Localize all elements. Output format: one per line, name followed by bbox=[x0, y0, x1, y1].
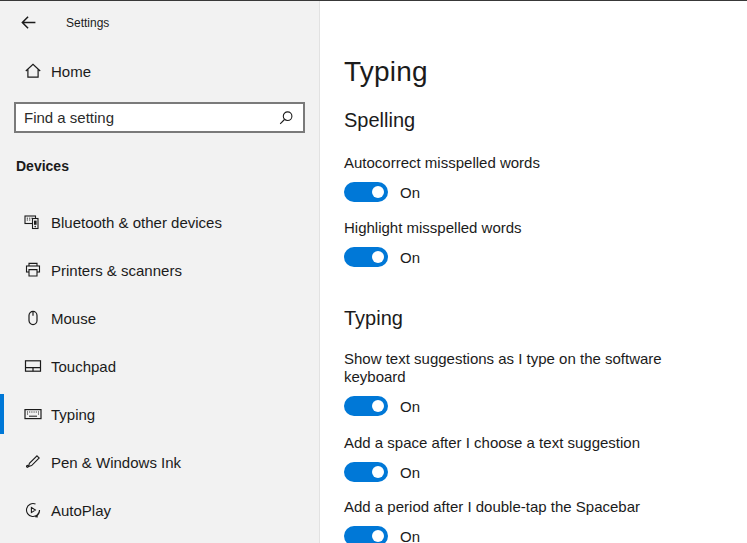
back-button[interactable] bbox=[20, 14, 37, 31]
search-input[interactable] bbox=[16, 104, 303, 131]
toggle-knob bbox=[372, 400, 384, 412]
sidebar-item-label: Printers & scanners bbox=[51, 262, 182, 279]
setting-row-add-space: On bbox=[344, 462, 727, 482]
window-top-border bbox=[0, 0, 747, 1]
app-header: Settings bbox=[0, 0, 319, 31]
sidebar-item-bluetooth-other-devices[interactable]: Bluetooth & other devices bbox=[0, 202, 319, 242]
setting-label-add-space: Add a space after I choose a text sugges… bbox=[344, 434, 727, 452]
home-icon bbox=[24, 62, 42, 80]
sidebar: Settings Home Devices bbox=[0, 0, 320, 543]
settings-window: Settings Home Devices bbox=[0, 0, 747, 543]
show-suggestions-toggle[interactable] bbox=[344, 396, 388, 416]
sidebar-item-label: Typing bbox=[51, 406, 95, 423]
sidebar-item-label: Bluetooth & other devices bbox=[51, 214, 222, 231]
printer-icon bbox=[24, 261, 42, 279]
section-heading-typing: Typing bbox=[344, 305, 727, 331]
add-period-toggle[interactable] bbox=[344, 526, 388, 543]
sidebar-group-header: Devices bbox=[16, 158, 319, 174]
sidebar-item-label: Home bbox=[51, 63, 91, 80]
toggle-state-label: On bbox=[400, 184, 420, 201]
sidebar-item-printers-scanners[interactable]: Printers & scanners bbox=[0, 250, 319, 290]
main-panel: Typing Spelling Autocorrect misspelled w… bbox=[320, 0, 747, 543]
app-title: Settings bbox=[66, 16, 109, 30]
setting-label-autocorrect: Autocorrect misspelled words bbox=[344, 154, 727, 172]
autoplay-icon bbox=[24, 501, 42, 519]
sidebar-item-autoplay[interactable]: AutoPlay bbox=[0, 490, 319, 530]
sidebar-item-typing[interactable]: Typing bbox=[0, 394, 319, 434]
mouse-icon bbox=[24, 309, 42, 327]
highlight-toggle[interactable] bbox=[344, 247, 388, 267]
toggle-state-label: On bbox=[400, 528, 420, 543]
autocorrect-toggle[interactable] bbox=[344, 182, 388, 202]
setting-label-show-suggestions: Show text suggestions as I type on the s… bbox=[344, 350, 727, 386]
search-box bbox=[14, 102, 305, 133]
toggle-knob bbox=[372, 530, 384, 542]
touchpad-icon bbox=[24, 357, 42, 375]
back-arrow-icon bbox=[20, 14, 37, 31]
section-heading-spelling: Spelling bbox=[344, 107, 727, 133]
toggle-state-label: On bbox=[400, 249, 420, 266]
sidebar-item-home[interactable]: Home bbox=[0, 53, 319, 89]
setting-label-add-period: Add a period after I double-tap the Spac… bbox=[344, 498, 727, 516]
sidebar-item-touchpad[interactable]: Touchpad bbox=[0, 346, 319, 386]
pen-icon bbox=[24, 453, 42, 471]
page-title: Typing bbox=[344, 55, 727, 89]
add-space-toggle[interactable] bbox=[344, 462, 388, 482]
keyboard-icon bbox=[24, 405, 42, 423]
setting-label-highlight: Highlight misspelled words bbox=[344, 219, 727, 237]
toggle-knob bbox=[372, 251, 384, 263]
setting-row-highlight: On bbox=[344, 247, 727, 267]
setting-row-add-period: On bbox=[344, 526, 727, 543]
setting-row-autocorrect: On bbox=[344, 182, 727, 202]
toggle-knob bbox=[372, 186, 384, 198]
sidebar-item-label: Touchpad bbox=[51, 358, 116, 375]
bluetooth-devices-icon bbox=[24, 213, 42, 231]
sidebar-item-mouse[interactable]: Mouse bbox=[0, 298, 319, 338]
sidebar-item-label: AutoPlay bbox=[51, 502, 111, 519]
sidebar-item-label: Mouse bbox=[51, 310, 96, 327]
toggle-knob bbox=[372, 466, 384, 478]
sidebar-item-label: Pen & Windows Ink bbox=[51, 454, 181, 471]
sidebar-menu: Bluetooth & other devices Printers & sca… bbox=[0, 202, 319, 530]
setting-row-show-suggestions: On bbox=[344, 396, 727, 416]
toggle-state-label: On bbox=[400, 398, 420, 415]
sidebar-item-pen-windows-ink[interactable]: Pen & Windows Ink bbox=[0, 442, 319, 482]
search-icon bbox=[278, 110, 294, 126]
toggle-state-label: On bbox=[400, 464, 420, 481]
